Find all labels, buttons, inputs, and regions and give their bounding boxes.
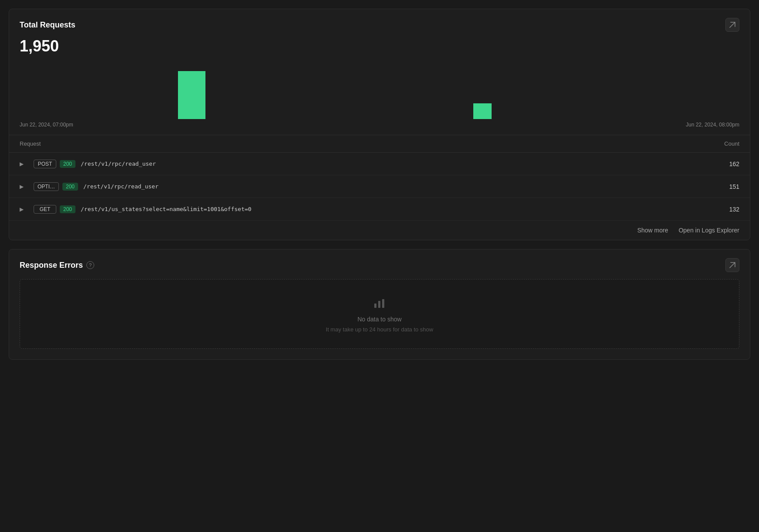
- svg-rect-0: [374, 304, 376, 308]
- no-data-subtitle: It may take up to 24 hours for data to s…: [326, 326, 433, 333]
- column-request-label: Request: [20, 140, 41, 147]
- total-count-value: 1,950: [9, 37, 750, 62]
- row-count: 151: [729, 183, 739, 190]
- row-count: 132: [729, 206, 739, 213]
- errors-title-group: Response Errors ?: [20, 261, 94, 270]
- chart-bar-2: [473, 103, 492, 119]
- expand-icon: ▶: [20, 161, 27, 167]
- no-data-chart-icon: [373, 296, 386, 312]
- column-count-label: Count: [724, 140, 739, 147]
- errors-panel-title: Response Errors: [20, 261, 83, 270]
- expand-icon: ▶: [20, 184, 27, 190]
- status-badge: 200: [62, 183, 78, 191]
- chart-bar-1: [178, 71, 205, 119]
- row-count: 162: [729, 160, 739, 167]
- bar-chart: [20, 62, 739, 119]
- total-requests-panel: Total Requests 1,950 Jun 22, 2024, 07:00…: [9, 9, 750, 240]
- table-header: Request Count: [9, 135, 750, 153]
- open-logs-explorer-button[interactable]: Open in Logs Explorer: [679, 227, 739, 234]
- no-data-title: No data to show: [357, 316, 401, 323]
- errors-panel-header: Response Errors ?: [9, 249, 750, 279]
- expand-icon: ▶: [20, 206, 27, 212]
- table-row[interactable]: ▶ POST 200 /rest/v1/rpc/read_user 162: [9, 153, 750, 175]
- method-badge: POST: [34, 160, 56, 168]
- table-row[interactable]: ▶ GET 200 /rest/v1/us_states?select=name…: [9, 198, 750, 221]
- request-path: /rest/v1/us_states?select=name&limit=100…: [81, 206, 729, 212]
- panel-title: Total Requests: [20, 20, 75, 30]
- errors-external-link-button[interactable]: [725, 258, 739, 272]
- status-badge: 200: [60, 205, 75, 213]
- request-path: /rest/v1/rpc/read_user: [83, 183, 729, 190]
- help-icon[interactable]: ?: [86, 261, 94, 269]
- chart-time-start: Jun 22, 2024, 07:00pm: [20, 122, 73, 128]
- method-badge: GET: [34, 205, 56, 214]
- svg-rect-1: [378, 301, 380, 308]
- show-more-button[interactable]: Show more: [637, 227, 668, 234]
- chart-bars-container: [20, 62, 739, 119]
- status-badge: 200: [60, 160, 75, 168]
- method-badge: OPTI…: [34, 182, 59, 191]
- response-errors-panel: Response Errors ? No data to show It may…: [9, 249, 750, 360]
- table-footer: Show more Open in Logs Explorer: [9, 221, 750, 240]
- panel-header: Total Requests: [9, 9, 750, 37]
- svg-rect-2: [382, 299, 384, 308]
- no-data-area: No data to show It may take up to 24 hou…: [20, 279, 739, 349]
- chart-time-labels: Jun 22, 2024, 07:00pm Jun 22, 2024, 08:0…: [9, 119, 750, 135]
- table-row[interactable]: ▶ OPTI… 200 /rest/v1/rpc/read_user 151: [9, 175, 750, 198]
- external-link-button[interactable]: [725, 18, 739, 32]
- request-path: /rest/v1/rpc/read_user: [81, 160, 729, 167]
- chart-time-end: Jun 22, 2024, 08:00pm: [686, 122, 739, 128]
